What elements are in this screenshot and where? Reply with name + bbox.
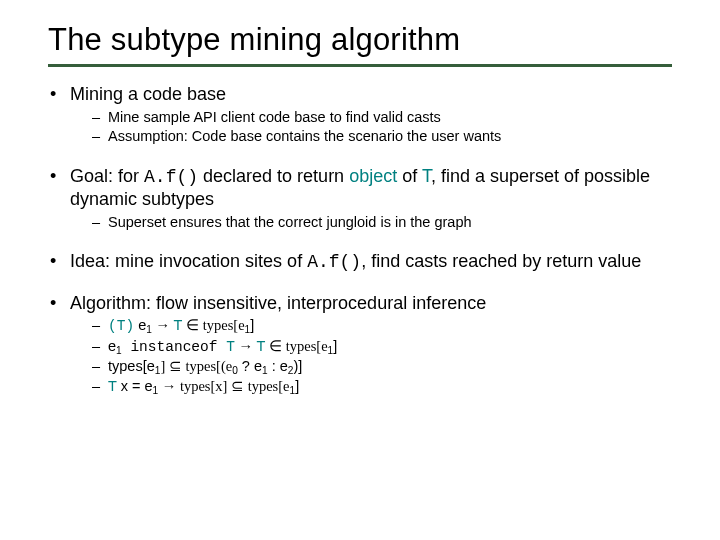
bullet-2: Goal: for A.f() declared to return objec… — [48, 165, 672, 233]
r1-a: (T) — [108, 318, 134, 334]
r3-a: types[e — [108, 358, 155, 374]
r1-f: ] — [250, 317, 254, 333]
rule-2: e1 instanceof T → T ∈ types[e1] — [92, 337, 672, 358]
slide: The subtype mining algorithm Mining a co… — [0, 0, 720, 540]
r2-b: instanceof — [122, 339, 226, 355]
bullet-3: Idea: mine invocation sites of A.f(), fi… — [48, 250, 672, 274]
r2-g: ] — [333, 338, 337, 354]
bullet-1: Mining a code base Mine sample API clien… — [48, 83, 672, 147]
bullet-list: Mining a code base Mine sample API clien… — [48, 83, 672, 396]
rule-3: types[e1] ⊆ types[(e0 ? e1 : e2)] — [92, 357, 672, 377]
r2-a: e — [108, 338, 116, 354]
bullet-4-text: Algorithm: flow insensitive, interproced… — [70, 293, 486, 313]
bullet-3-p2: , find casts reached by return value — [361, 251, 641, 271]
r4-a: T — [108, 378, 117, 394]
bullet-1-sub-1: Mine sample API client code base to find… — [92, 108, 672, 128]
bullet-4-sublist: (T) e1 → T ∈ types[e1] e1 instanceof T →… — [70, 316, 672, 396]
r2-d: → — [235, 338, 257, 354]
bullet-1-text: Mining a code base — [70, 84, 226, 104]
bullet-2-sublist: Superset ensures that the correct junglo… — [70, 213, 672, 233]
r1-b: e — [134, 317, 146, 333]
bullet-4: Algorithm: flow insensitive, interproced… — [48, 292, 672, 397]
r3-d: : e — [268, 358, 288, 374]
bullet-2-code1: A.f() — [144, 167, 198, 187]
r1-c: → — [152, 317, 174, 333]
r3-b: ] ⊆ types[(e — [160, 358, 232, 374]
bullet-2-p2: declared to return — [198, 166, 349, 186]
r2-c: T — [226, 339, 235, 355]
bullet-2-p1: Goal: for — [70, 166, 144, 186]
r3-c: ? e — [238, 358, 262, 374]
r4-c: → types[x] ⊆ types[e — [158, 378, 289, 394]
r1-e: ∈ types[e — [182, 317, 244, 333]
bullet-2-t: T — [422, 166, 431, 186]
r2-f: ∈ types[e — [265, 338, 327, 354]
bullet-3-code1: A.f() — [307, 252, 361, 272]
r4-d: ] — [295, 378, 299, 394]
rule-4: T x = e1 → types[x] ⊆ types[e1] — [92, 377, 672, 397]
r4-b: x = e — [117, 378, 153, 394]
bullet-2-sub-1: Superset ensures that the correct junglo… — [92, 213, 672, 233]
title-underline — [48, 64, 672, 67]
bullet-2-p3: of — [397, 166, 422, 186]
bullet-3-p1: Idea: mine invocation sites of — [70, 251, 307, 271]
bullet-2-obj: object — [349, 166, 397, 186]
r3-e: )] — [293, 358, 302, 374]
bullet-1-sublist: Mine sample API client code base to find… — [70, 108, 672, 147]
bullet-1-sub-2: Assumption: Code base contains the scena… — [92, 127, 672, 147]
rule-1: (T) e1 → T ∈ types[e1] — [92, 316, 672, 337]
slide-title: The subtype mining algorithm — [48, 22, 672, 58]
